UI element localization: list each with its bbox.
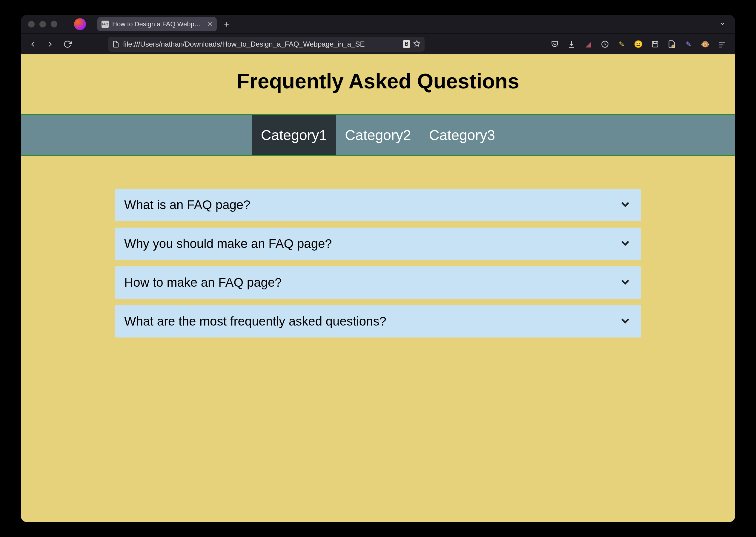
minimize-window-button[interactable] [39,21,46,27]
chevron-down-icon [619,198,632,212]
tab-bar: FAQ How to Design a FAQ Webpage ✕ + [21,15,735,33]
chevron-down-icon [619,236,632,251]
reader-mode-badge[interactable]: B [403,40,410,48]
faq-question: How to make an FAQ page? [124,275,282,290]
svg-rect-3 [653,41,657,43]
maximize-window-button[interactable] [51,21,57,27]
clock-icon[interactable] [600,39,610,49]
chevron-down-icon [619,314,632,329]
chevron-down-icon [619,275,632,290]
browser-tab[interactable]: FAQ How to Design a FAQ Webpage ✕ [97,17,217,31]
faq-item[interactable]: Why you should make an FAQ page? [115,227,641,260]
firefox-logo-icon [74,18,86,30]
category-nav: Category1 Category2 Category3 [21,114,735,156]
pocket-icon[interactable] [550,39,560,49]
category-tab-1[interactable]: Category1 [252,115,336,155]
page-title: Frequently Asked Questions [21,54,735,114]
reload-button[interactable] [61,38,74,51]
svg-marker-0 [414,41,420,46]
faq-item[interactable]: What is an FAQ page? [115,189,641,221]
download-icon[interactable] [567,39,576,49]
tabs-dropdown-button[interactable] [713,20,732,28]
bookmark-star-button[interactable] [413,40,420,48]
extension-icon-3[interactable]: 😐 [634,39,643,49]
tab-close-button[interactable]: ✕ [207,20,213,28]
forward-button[interactable] [44,38,57,51]
faq-question: Why you should make an FAQ page? [124,236,332,251]
faq-question: What is an FAQ page? [124,198,251,212]
file-icon [112,41,119,48]
tab-favicon-icon: FAQ [101,21,109,28]
nav-bar: file:///Users/nathan/Downloads/How_to_De… [21,33,735,54]
browser-window: FAQ How to Design a FAQ Webpage ✕ + file… [21,15,735,522]
extension-icon-5[interactable]: ✎ [684,39,693,49]
extension-icon-1[interactable]: ◢ [583,39,593,49]
save-icon[interactable] [650,39,660,49]
menu-icon[interactable] [717,39,727,49]
tab-title: How to Design a FAQ Webpage [112,20,204,28]
faq-question: What are the most frequently asked quest… [124,314,386,329]
toolbar-icons: ◢ ✎ 😐 ✎ 🐵 [550,39,730,49]
faq-item[interactable]: What are the most frequently asked quest… [115,305,641,338]
extension-icon-4[interactable] [667,39,677,49]
close-window-button[interactable] [28,21,35,27]
faq-item[interactable]: How to make an FAQ page? [115,267,641,299]
url-text: file:///Users/nathan/Downloads/How_to_De… [123,40,399,48]
new-tab-button[interactable]: + [219,19,234,30]
category-tab-3[interactable]: Category3 [420,115,504,155]
category-tab-2[interactable]: Category2 [336,115,420,155]
extension-icon-2[interactable]: ✎ [617,39,626,49]
svg-point-4 [672,45,674,48]
extension-icon-6[interactable]: 🐵 [700,39,710,49]
url-bar[interactable]: file:///Users/nathan/Downloads/How_to_De… [108,37,424,52]
back-button[interactable] [26,38,39,51]
faq-list: What is an FAQ page? Why you should make… [115,189,641,338]
page-content: Frequently Asked Questions Category1 Cat… [21,54,735,522]
window-controls [24,21,63,27]
